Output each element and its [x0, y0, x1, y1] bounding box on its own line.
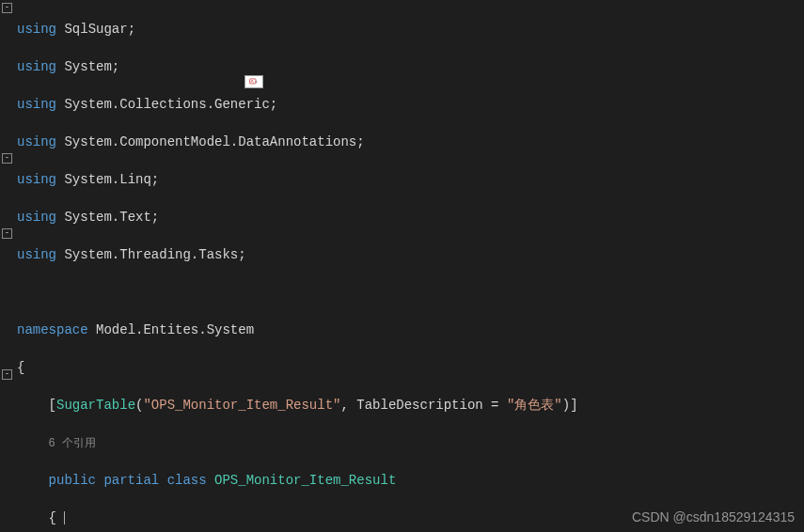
namespace-name: Model.Entites.System — [96, 322, 254, 337]
fold-toggle[interactable]: - — [2, 369, 12, 380]
class-name: OPS_Monitor_Item_Result — [214, 473, 396, 488]
using-stmt: System.Text — [64, 210, 150, 225]
using-stmt: System.Threading.Tasks — [64, 247, 238, 262]
string-literal: "角色表" — [507, 398, 562, 413]
fold-toggle[interactable]: - — [2, 153, 12, 164]
attr-name: SugarTable — [56, 398, 135, 413]
using-stmt: System — [64, 59, 111, 74]
fold-toggle[interactable]: - — [2, 3, 12, 13]
fold-gutter: - - - - — [0, 0, 17, 532]
codelens-refs[interactable]: 6 个引用 — [49, 437, 96, 450]
using-stmt: System.ComponentModel.DataAnnotations — [64, 134, 356, 149]
text-cursor — [64, 511, 65, 524]
using-stmt: System.Collections.Generic — [64, 97, 269, 112]
string-literal: "OPS_Monitor_Item_Result" — [143, 398, 340, 413]
fold-toggle[interactable]: - — [2, 228, 12, 239]
class-modifiers: public partial class — [49, 473, 207, 488]
watermark: CSDN @csdn18529124315 — [632, 509, 795, 524]
smart-tag-icon[interactable] — [244, 75, 263, 88]
using-stmt: SqlSugar — [64, 22, 127, 37]
attr-param: TableDescription — [356, 398, 482, 413]
using-stmt: System.Linq — [64, 172, 150, 187]
code-area[interactable]: using SqlSugar; using System; using Syst… — [17, 0, 804, 532]
code-editor[interactable]: - - - - using SqlSugar; using System; us… — [0, 0, 804, 532]
